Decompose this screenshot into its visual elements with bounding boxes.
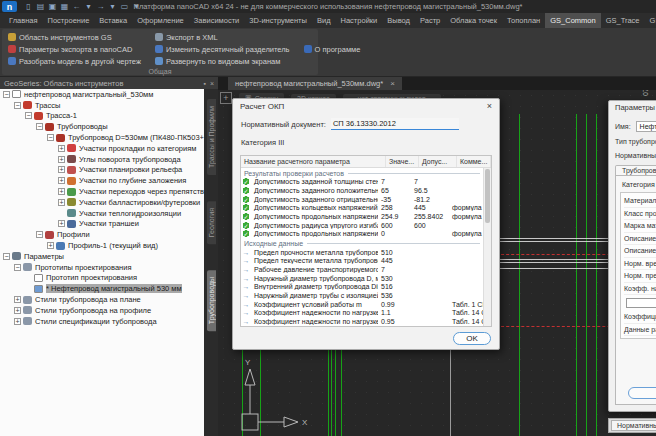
params-row[interactable]: Данные расчет (624, 324, 656, 337)
ribbon-button[interactable]: Развернуть по видовым экранам (155, 56, 290, 66)
side-tab[interactable]: Геология (207, 201, 216, 244)
table-row[interactable]: →Коэффициент надежности по нагрузке от с… (241, 317, 483, 326)
expand-icon[interactable]: + (58, 177, 65, 184)
tree-item[interactable]: +Стили трубопровода на плане (0, 294, 204, 305)
ok-button[interactable]: OK (453, 332, 491, 345)
expand-icon[interactable]: + (47, 242, 54, 249)
tree-item[interactable]: −Трубопроводы (0, 121, 204, 132)
table-row[interactable]: →Наружный диаметр трубы с изоляцией Dins… (241, 291, 483, 300)
column-header[interactable]: Название расчетного параметра (241, 156, 386, 167)
tree-item[interactable]: Участки теплогидроизоляции (0, 208, 204, 219)
save-icon[interactable]: ▣ (47, 1, 58, 12)
collapse-icon[interactable]: − (3, 253, 10, 260)
ribbon-tab[interactable]: GS_Common (545, 13, 600, 28)
table-row[interactable]: →Рабочее давление транспортируемого прод… (241, 265, 483, 274)
expand-icon[interactable]: + (14, 307, 21, 314)
ribbon-button[interactable]: Экспорт в XML (155, 32, 290, 42)
scrollbar-thumb[interactable] (485, 169, 490, 223)
params-row[interactable]: Класс прочнос (624, 208, 656, 221)
ribbon-button[interactable]: Разобрать модель в другой чертеж (8, 56, 141, 66)
expand-icon[interactable]: + (58, 199, 65, 206)
tree-item[interactable]: +Участки планировки рельефа (0, 165, 204, 176)
params-row[interactable]: Коэфф. надежн (624, 283, 656, 296)
params-row[interactable]: Описание на пр (624, 233, 656, 246)
params-row[interactable]: Норм. предел (624, 270, 656, 283)
expand-icon[interactable]: + (58, 220, 65, 227)
params-row[interactable]: Норм. временн (624, 258, 656, 271)
tree-item[interactable]: +Участки переходов через препятствия (0, 186, 204, 197)
save-all-icon[interactable]: ▦ (59, 1, 70, 12)
close-icon[interactable]: × (210, 80, 214, 87)
tree-item[interactable]: −Трассы (0, 100, 204, 111)
tree-item[interactable]: Прототип проектирования (0, 273, 204, 284)
ribbon-tab[interactable]: Зависимости (189, 13, 245, 28)
tree-item[interactable]: −Параметры (0, 251, 204, 262)
tree-item[interactable]: −Трасса-1 (0, 111, 204, 122)
column-header[interactable]: Допус... (419, 156, 457, 167)
tree-item[interactable]: −Прототипы проектирования (0, 262, 204, 273)
table-row[interactable]: ✓Допустимость заданной толщины стенки к … (241, 178, 483, 187)
collapse-icon[interactable]: − (47, 134, 54, 141)
tree-item[interactable]: +Участки прокладки по категориям (0, 143, 204, 154)
dialog-titlebar[interactable]: Расчет ОКП × (233, 99, 499, 113)
redo-dropdown-icon[interactable]: ▾ (107, 1, 118, 12)
expand-icon[interactable]: + (58, 188, 65, 195)
table-row[interactable]: →Наружный диаметр трубопровода D, мм530 (241, 274, 483, 283)
pin-icon[interactable]: ▪ (203, 80, 205, 87)
open-file-icon[interactable]: ▤ (35, 1, 46, 12)
params-tab[interactable]: Трубопровод (615, 165, 656, 175)
side-tab[interactable]: Трассы и Профили (207, 99, 216, 175)
ribbon-tab[interactable]: Оформление (132, 13, 189, 28)
table-row[interactable]: ✓Допустимость радиуса упругого изгиба к … (241, 221, 483, 230)
expand-icon[interactable]: + (58, 145, 65, 152)
tree-item[interactable]: +Стили трубопровода на профиле (0, 305, 204, 316)
ribbon-tab[interactable]: GS_Trace (601, 13, 645, 28)
dialog-title[interactable]: Параметры прое (609, 101, 656, 114)
view-axes-icon[interactable]: + (220, 92, 232, 104)
table-row[interactable]: →Предел прочности металла трубопровода R… (241, 248, 483, 257)
table-scrollbar[interactable] (483, 168, 491, 326)
expand-icon[interactable]: + (58, 166, 65, 173)
expand-icon[interactable]: + (14, 318, 21, 325)
ribbon-button[interactable]: Область инструментов GS (8, 32, 141, 42)
params-row[interactable]: Описание в сп (624, 245, 656, 258)
collapse-icon[interactable]: − (14, 102, 21, 109)
ribbon-tab[interactable]: Вывод (382, 13, 415, 28)
normative-document-select[interactable]: СП 36.13330.2012 (331, 118, 459, 130)
column-header[interactable]: Комме... (457, 156, 491, 167)
new-file-icon[interactable]: ▯ (23, 1, 34, 12)
undo-dropdown-icon[interactable]: ▾ (83, 1, 94, 12)
tree-item[interactable]: −Профили (0, 229, 204, 240)
normative-panel-button[interactable]: Нормативные п (611, 420, 656, 431)
ribbon-button[interactable]: Параметры экспорта в nanoCAD (8, 44, 141, 54)
column-header[interactable]: Значе... (386, 156, 419, 167)
table-row[interactable]: ✓Допустимость продольных напряжений от р… (241, 212, 483, 221)
ribbon-tab[interactable]: GS_Geology (645, 13, 656, 28)
tree-item[interactable]: +Участки траншеи (0, 219, 204, 230)
collapse-icon[interactable]: − (3, 91, 10, 98)
ribbon-tab[interactable]: Топоплан (502, 13, 545, 28)
name-input[interactable]: Нефтепр (636, 121, 656, 132)
collapse-icon[interactable]: − (36, 123, 43, 130)
ribbon-button[interactable]: Изменить десятичный разделитель (155, 44, 290, 54)
params-input[interactable] (626, 298, 656, 308)
redo-icon[interactable]: → (95, 1, 106, 12)
ribbon-tab[interactable]: Настройки (336, 13, 383, 28)
tree-item[interactable]: −нефтепровод магистральный_530мм (0, 89, 204, 100)
ribbon-tab[interactable]: 3D-инструменты (244, 13, 312, 28)
ribbon-tab[interactable]: Растр (415, 13, 445, 28)
collapse-icon[interactable]: − (14, 264, 21, 271)
table-row[interactable]: ✓Допустимость продольных напряжений с уч… (241, 230, 483, 239)
close-icon[interactable]: × (487, 101, 492, 111)
collapse-icon[interactable]: − (36, 231, 43, 238)
table-row[interactable]: ✓Допустимость заданного положительного т… (241, 186, 483, 195)
tree-item[interactable]: +Участки по глубине заложения (0, 175, 204, 186)
ribbon-tab[interactable]: Главная (4, 13, 43, 28)
expand-icon[interactable]: + (58, 156, 65, 163)
ribbon-button[interactable]: О программе (304, 44, 361, 54)
tree-item[interactable]: +Участки балластировки/футеровки (0, 197, 204, 208)
ribbon-tab[interactable]: Облака точек (445, 13, 502, 28)
side-tab[interactable]: Трубопроводы (207, 270, 216, 331)
table-row[interactable]: ✓Допустимость заданного отрицательного т… (241, 195, 483, 204)
ribbon-tab[interactable]: Вид (312, 13, 336, 28)
